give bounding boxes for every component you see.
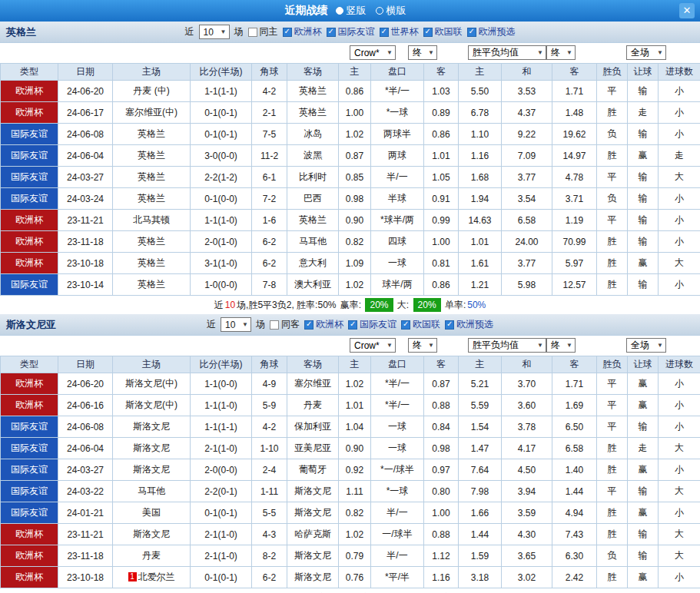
league-label: 国际友谊 [360,318,396,331]
league-checkbox[interactable]: 欧洲杯 [304,318,343,331]
handicap-stage-select[interactable]: 终▼ [408,45,437,60]
europe-odds-select[interactable]: 胜平负均值▼ [468,45,546,60]
home-team-name: 斯洛文尼 [133,464,170,475]
same-venue-checkbox[interactable]: 同主 [248,25,278,38]
column-header: 主 [459,356,502,373]
league-checkbox[interactable]: 世界杯 [380,25,419,38]
col-competition: 欧洲杯 [1,210,58,231]
checkbox-icon [401,320,410,330]
scope-select[interactable]: 全场▼ [626,45,666,60]
column-header: 客 [424,64,459,81]
col-goals-result: 小 [659,274,700,296]
col-goals-result: 小 [659,502,700,524]
col-home-team: 斯洛文尼(中) [113,373,191,395]
col-handicap-result: 走 [628,438,659,459]
odds-company-select[interactable]: Crow*▼ [350,338,396,353]
col-competition: 欧洲杯 [1,253,58,274]
col-away-team: 斯洛文尼 [287,481,339,502]
league-label: 欧洲预选 [456,318,493,331]
col-euro-away-odds: 1.71 [552,81,597,102]
col-date: 23-10-18 [58,253,113,274]
col-handicap-home-odds: 0.90 [339,210,371,231]
layout-horizontal-radio[interactable]: 横版 [376,4,406,18]
match-row: 欧洲杯24-06-17塞尔维亚(中)0-1(0-1)2-1英格兰1.00*一球0… [1,102,700,124]
col-handicap-away-odds: 0.87 [424,373,459,395]
checkbox-icon [348,320,357,330]
layout-vertical-radio[interactable]: 竖版 [336,4,367,18]
europe-stage-select[interactable]: 终▼ [546,338,576,353]
col-euro-away-odds: 1.69 [552,395,597,416]
europe-odds-select[interactable]: 胜平负均值▼ [468,338,546,353]
col-corners: 6-1 [252,167,287,188]
col-handicap-away-odds: 1.01 [424,145,459,167]
col-result: 胜 [597,524,628,545]
match-row: 欧洲杯23-11-21斯洛文尼2-1(1-0)4-3哈萨克斯1.02一/球半0.… [1,524,700,545]
col-euro-draw-odds: 3.60 [502,395,552,416]
col-handicap-result: 输 [628,124,659,145]
europe-stage-select[interactable]: 终▼ [546,45,576,60]
col-euro-home-odds: 1.01 [459,231,502,253]
col-handicap-home-odds: 0.82 [339,231,371,253]
col-goals-result: 小 [659,210,700,231]
recent-count-select[interactable]: 10▼ [199,25,230,39]
col-goals-result: 小 [659,416,700,438]
league-checkbox[interactable]: 国际友谊 [348,318,396,331]
sections-container: 英格兰近10▼场同主欧洲杯国际友谊世界杯欧国联欧洲预选Crow*▼终▼胜平负均值… [0,22,700,593]
league-checkbox[interactable]: 欧洲杯 [283,25,322,38]
column-header: 主场 [113,64,191,81]
col-handicap-away-odds: 1.05 [424,167,459,188]
col-handicap-result: 输 [628,416,659,438]
league-checkbox[interactable]: 欧洲预选 [467,25,516,38]
col-result: 平 [597,167,628,188]
col-away-team: 英格兰 [287,81,339,102]
column-header: 胜负 [597,356,628,373]
home-team-name: 斯洛文尼 [133,528,170,539]
europe-stage-value: 终 [551,46,560,59]
same-venue-checkbox[interactable]: 同客 [270,318,300,331]
chevron-down-icon: ▼ [566,342,572,349]
chevron-down-icon: ▼ [428,342,434,349]
scope-select[interactable]: 全场▼ [626,338,666,353]
col-goals-result: 大 [659,524,700,545]
col-euro-draw-odds: 24.00 [502,231,552,253]
col-away-team: 哈萨克斯 [287,524,339,545]
recent-count-select[interactable]: 10▼ [221,317,251,332]
col-euro-away-odds: 3.71 [552,188,597,210]
league-checkbox[interactable]: 欧国联 [401,318,440,331]
odds-company-select[interactable]: Crow*▼ [350,45,396,60]
col-handicap-result: 赢 [628,253,659,274]
col-competition: 欧洲杯 [1,545,58,567]
col-home-team: 丹麦 [113,545,191,567]
col-euro-home-odds: 1.61 [459,253,502,274]
close-button[interactable]: ✕ [679,3,695,18]
col-result: 胜 [597,459,628,481]
col-handicap-result: 赢 [628,373,659,395]
col-date: 23-11-18 [58,545,113,567]
col-euro-home-odds: 14.63 [459,210,502,231]
header-row: 类型日期主场比分(半场)角球客场主盘口客主和客胜负让球进球数 [1,356,700,373]
league-checkbox[interactable]: 欧国联 [423,25,463,38]
league-label: 欧国联 [435,25,463,38]
col-result: 平 [597,481,628,502]
match-row: 国际友谊24-03-27英格兰2-2(1-2)6-1比利时0.85半/一1.05… [1,167,700,188]
col-date: 24-06-16 [58,395,113,416]
col-euro-draw-odds: 3.54 [502,188,552,210]
match-row: 国际友谊24-03-22马耳他2-2(0-1)1-11斯洛文尼1.11*一球0.… [1,481,700,502]
handicap-stage-select[interactable]: 终▼ [408,338,437,353]
results-table: 类型日期主场比分(半场)角球客场主盘口客主和客胜负让球进球数欧洲杯24-06-2… [0,356,700,588]
league-checkbox[interactable]: 欧洲预选 [445,318,493,331]
col-goals-result: 小 [659,102,700,124]
col-score: 2-0(1-0) [191,231,252,253]
league-checkbox[interactable]: 国际友谊 [327,25,375,38]
col-goals-result: 大 [659,253,700,274]
home-team-name: 北爱尔兰 [138,571,175,582]
col-handicap-away-odds: 0.81 [424,253,459,274]
col-home-team: 斯洛文尼(中) [113,395,191,416]
col-euro-away-odds: 4.78 [552,167,597,188]
home-team-name: 丹麦 (中) [133,85,169,96]
col-goals-result: 大 [659,545,700,567]
col-result: 胜 [597,231,628,253]
match-row: 国际友谊24-06-04斯洛文尼2-1(1-0)1-10亚美尼亚0.90一球0.… [1,438,700,459]
col-score: 1-1(0-0) [191,373,252,395]
col-euro-away-odds: 19.62 [552,124,597,145]
